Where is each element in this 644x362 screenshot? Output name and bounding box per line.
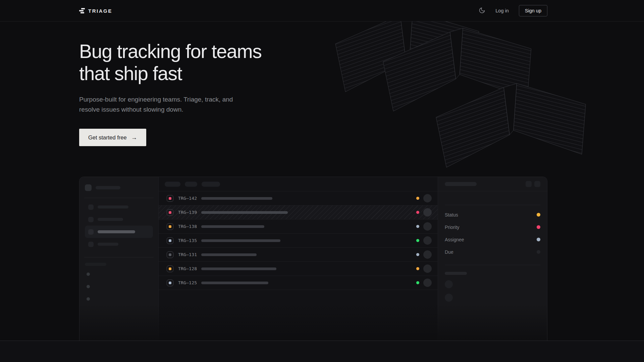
- status-dot-icon: [416, 225, 419, 228]
- issue-id: TRG–138: [178, 224, 197, 229]
- workspace-name-skeleton: [96, 186, 120, 189]
- nav-icon-skeleton: [88, 242, 94, 247]
- assignee-avatar-skeleton: [423, 250, 432, 259]
- issue-type-icon: [167, 251, 173, 258]
- site-footer: [0, 341, 644, 362]
- detail-field-row: Priority: [445, 221, 540, 233]
- panel-button-skeleton: [526, 181, 532, 187]
- nav-label-skeleton: [98, 205, 128, 208]
- detail-divider: [445, 265, 540, 265]
- sidebar-item-skeleton: [85, 201, 153, 213]
- field-label: Assignee: [445, 237, 464, 242]
- sidebar-divider: [84, 257, 154, 257]
- status-dot-icon: [416, 197, 419, 200]
- workspace-switcher-skeleton: [85, 184, 153, 191]
- issue-type-icon: [167, 209, 173, 216]
- hero-subtitle: Purpose-built for engineering teams. Tri…: [79, 95, 237, 115]
- issue-rows: TRG–142 TRG–139 TRG–138 TRG–135 TRG–131: [159, 191, 438, 290]
- nav-label-skeleton: [98, 243, 118, 246]
- issue-id: TRG–128: [178, 266, 197, 271]
- filter-pill-skeleton: [165, 182, 180, 187]
- detail-header: [438, 177, 547, 191]
- issue-id: TRG–142: [178, 196, 197, 201]
- detail-header-buttons: [526, 181, 540, 187]
- field-value-dot-icon: [537, 238, 540, 241]
- sidebar-item-skeleton: [85, 238, 153, 250]
- workspace-avatar-skeleton: [85, 184, 92, 191]
- status-dot-icon: [416, 211, 419, 214]
- signup-button[interactable]: Sign up: [519, 5, 547, 16]
- filter-pill-skeleton: [202, 182, 220, 187]
- assignee-avatar-skeleton: [423, 264, 432, 273]
- nav-label-skeleton: [98, 218, 123, 221]
- issue-id: TRG–139: [178, 210, 197, 215]
- nav-icon-skeleton: [88, 217, 94, 222]
- issue-title-skeleton: [201, 253, 257, 256]
- sidebar-dots-skeleton: [85, 273, 153, 301]
- dot-skeleton: [87, 297, 90, 301]
- status-dot-icon: [416, 281, 419, 284]
- triage-logo-icon: [79, 8, 85, 13]
- nav-icon-skeleton: [88, 229, 94, 235]
- assignee-avatar-skeleton: [423, 222, 432, 231]
- issue-row: TRG–138: [159, 220, 438, 234]
- issue-list: TRG–142 TRG–139 TRG–138 TRG–135 TRG–131: [158, 177, 438, 341]
- detail-header-skeleton: [445, 182, 477, 186]
- issue-type-icon: [167, 223, 173, 230]
- get-started-button[interactable]: Get started free →: [79, 129, 146, 146]
- issue-type-icon: [167, 195, 173, 202]
- sidebar-item-skeleton: [85, 213, 153, 226]
- issue-row: TRG–135: [159, 234, 438, 248]
- issue-id: TRG–135: [178, 238, 197, 243]
- login-link[interactable]: Log in: [495, 8, 509, 13]
- avatar-skeleton: [445, 294, 453, 302]
- theme-toggle-button[interactable]: [479, 7, 485, 15]
- issue-row: TRG–128: [159, 262, 438, 276]
- issue-row: TRG–139: [159, 205, 438, 220]
- panel-button-skeleton: [534, 181, 540, 187]
- issue-title-skeleton: [201, 211, 288, 214]
- hero-title-line1: Bug tracking for teams: [79, 40, 547, 62]
- site-header: TRIAGE Log in Sign up: [0, 0, 644, 21]
- assignee-avatar-skeleton: [423, 194, 432, 202]
- assignee-avatar-skeleton: [423, 279, 432, 287]
- issue-row: TRG–142: [159, 191, 438, 205]
- field-value-dot-icon: [537, 213, 540, 217]
- sidebar-section-label-skeleton: [85, 263, 106, 266]
- detail-fields: Status Priority Assignee Due: [445, 208, 540, 258]
- status-dot-icon: [416, 253, 419, 256]
- list-toolbar-skeleton: [159, 177, 438, 191]
- sidebar-divider: [84, 198, 154, 198]
- status-dot-icon: [416, 239, 419, 242]
- mockup-sidebar: [79, 177, 158, 341]
- hero-title: Bug tracking for teams that ship fast: [79, 21, 547, 84]
- filter-pill-skeleton: [185, 182, 197, 187]
- issue-type-icon: [167, 237, 173, 244]
- detail-section-label-skeleton: [445, 272, 467, 275]
- detail-field-row: Assignee: [445, 233, 540, 246]
- issue-title-skeleton: [201, 282, 268, 284]
- issue-row: TRG–125: [159, 276, 438, 290]
- logo: TRIAGE: [79, 8, 112, 14]
- app-preview-mockup: TRG–142 TRG–139 TRG–138 TRG–135 TRG–131: [79, 177, 547, 341]
- issue-type-icon: [167, 265, 173, 272]
- issue-title-skeleton: [201, 239, 280, 242]
- arrow-right-icon: →: [131, 134, 137, 140]
- issue-type-icon: [167, 280, 173, 286]
- hero-title-line2: that ship fast: [79, 62, 547, 84]
- assignee-avatar-skeleton: [423, 208, 432, 217]
- issue-title-skeleton: [201, 225, 264, 228]
- avatar-skeleton: [445, 280, 453, 288]
- nav-label-skeleton: [98, 230, 135, 233]
- field-label: Status: [445, 212, 458, 218]
- field-label: Priority: [445, 225, 460, 230]
- issue-title-skeleton: [201, 267, 276, 270]
- sidebar-nav-skeleton: [85, 201, 153, 250]
- detail-divider: [445, 205, 540, 205]
- issue-detail-panel: Status Priority Assignee Due: [438, 177, 547, 341]
- dot-skeleton: [87, 273, 90, 276]
- status-dot-icon: [416, 267, 419, 270]
- field-label: Due: [445, 249, 453, 255]
- issue-row: TRG–131: [159, 248, 438, 262]
- cta-label: Get started free: [88, 134, 127, 141]
